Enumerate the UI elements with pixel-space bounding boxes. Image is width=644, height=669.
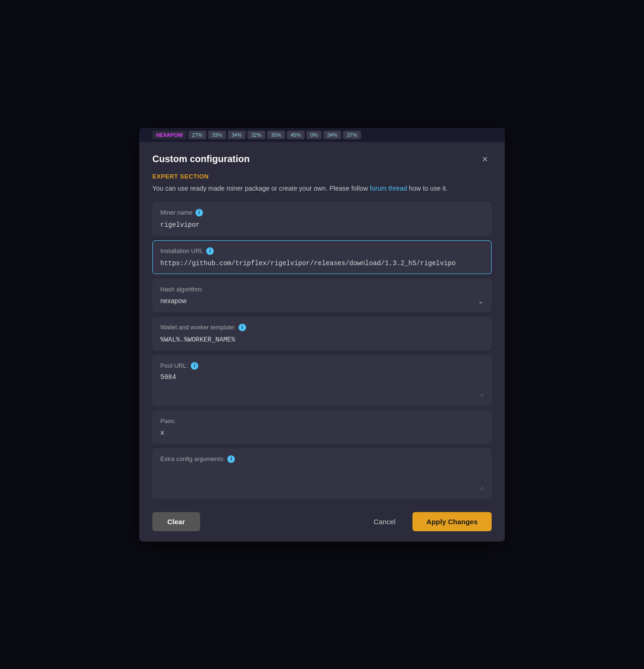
extra-config-label: Extra config arguments: i <box>160 455 484 463</box>
topbar-pct-1: 33% <box>208 131 226 139</box>
installation-url-label: Installation URL i <box>160 247 484 255</box>
footer-right-actions: Cancel Apply Changes <box>364 512 492 531</box>
modal-header: Custom configuration × <box>139 142 505 173</box>
clear-button[interactable]: Clear <box>152 512 200 531</box>
miner-name-info-icon[interactable]: i <box>195 209 203 216</box>
topbar-pct-8: 37% <box>343 131 361 139</box>
installation-url-info-icon[interactable]: i <box>206 247 214 255</box>
extra-config-info-icon[interactable]: i <box>227 455 235 463</box>
pool-url-info-icon[interactable]: i <box>191 362 198 370</box>
topbar-active-item: NEXAPOW <box>152 131 187 139</box>
topbar-pct-0: 27% <box>188 131 206 139</box>
hash-algorithm-select[interactable]: nexapow sha256 ethash kawpow <box>160 297 484 305</box>
miner-name-input[interactable] <box>160 221 484 229</box>
expert-description: You can use ready made miner package or … <box>152 184 492 193</box>
top-bar: NEXAPOW 27% 33% 34% 32% 30% 45% 0% 34% 3… <box>139 128 505 142</box>
pool-url-field: Pool URL: i 5084 <box>152 355 492 406</box>
wallet-worker-label: Wallet and worker template: i <box>160 324 484 331</box>
description-before: You can use ready made miner package or … <box>152 185 370 192</box>
custom-config-modal: NEXAPOW 27% 33% 34% 32% 30% 45% 0% 34% 3… <box>139 128 505 542</box>
topbar-pct-6: 0% <box>307 131 322 139</box>
pool-url-textarea[interactable]: 5084 <box>160 373 484 397</box>
miner-name-field: Miner name i <box>152 202 492 236</box>
extra-config-textarea[interactable] <box>160 467 484 490</box>
cancel-button[interactable]: Cancel <box>364 512 405 531</box>
modal-overlay: NEXAPOW 27% 33% 34% 32% 30% 45% 0% 34% 3… <box>0 0 644 669</box>
wallet-worker-info-icon[interactable]: i <box>239 324 246 331</box>
pass-field: Pass: <box>152 410 492 444</box>
modal-footer: Clear Cancel Apply Changes <box>139 504 505 542</box>
topbar-pct-5: 45% <box>287 131 305 139</box>
expert-section-label: EXPERT SECTION <box>152 173 492 180</box>
topbar-pct-4: 30% <box>267 131 285 139</box>
pass-input[interactable] <box>160 429 484 437</box>
installation-url-input[interactable] <box>160 260 484 267</box>
topbar-pct-7: 34% <box>323 131 341 139</box>
apply-changes-button[interactable]: Apply Changes <box>412 512 492 531</box>
topbar-pct-2: 34% <box>228 131 246 139</box>
miner-name-label: Miner name i <box>160 209 484 216</box>
wallet-worker-field: Wallet and worker template: i <box>152 317 492 350</box>
hash-algorithm-label: Hash algorithm: <box>160 286 484 293</box>
close-button[interactable]: × <box>478 152 492 166</box>
hash-algorithm-field: Hash algorithm: nexapow sha256 ethash ka… <box>152 279 492 312</box>
topbar-pct-3: 32% <box>247 131 265 139</box>
wallet-worker-input[interactable] <box>160 336 484 343</box>
pool-url-label: Pool URL: i <box>160 362 484 370</box>
installation-url-field: Installation URL i <box>152 240 492 274</box>
modal-title: Custom configuration <box>152 154 250 164</box>
forum-thread-link[interactable]: forum thread <box>370 185 407 192</box>
extra-config-field: Extra config arguments: i <box>152 448 492 499</box>
modal-body: EXPERT SECTION You can use ready made mi… <box>139 173 505 499</box>
description-after: how to use it. <box>407 185 447 192</box>
pass-label: Pass: <box>160 417 484 424</box>
hash-algorithm-select-wrapper: nexapow sha256 ethash kawpow ⌄ <box>160 297 484 305</box>
